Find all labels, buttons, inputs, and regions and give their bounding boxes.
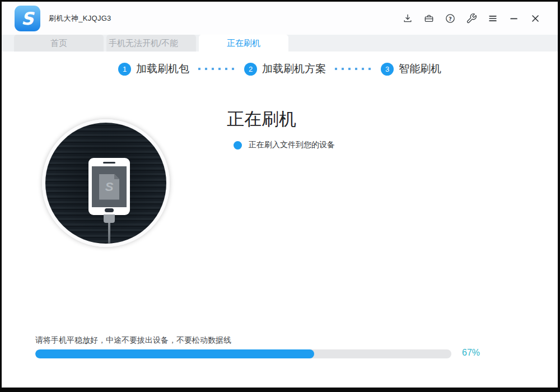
usb-connector <box>104 214 115 223</box>
main-content: 1 加载刷机包 2 加载刷机方案 3 智能刷机 <box>2 52 558 388</box>
close-button[interactable] <box>529 12 542 25</box>
wrench-icon[interactable] <box>465 12 478 25</box>
step-indicator: 1 加载刷机包 2 加载刷机方案 3 智能刷机 <box>2 62 558 76</box>
svg-text:S: S <box>21 8 35 29</box>
title-bar: S 刷机大神_KJQJG3 <box>2 2 558 35</box>
tab-bar: 首页 手机无法开机/不能 正在刷机 <box>2 35 558 52</box>
tab-flashing[interactable]: 正在刷机 <box>199 35 288 52</box>
phone-home-button <box>105 208 114 212</box>
app-window: S 刷机大神_KJQJG3 <box>2 2 558 388</box>
progress-fill <box>35 349 314 358</box>
status-text: 正在刷入文件到您的设备 <box>249 140 335 150</box>
device-illustration: S <box>42 119 170 247</box>
titlebar-icon-group: ? <box>401 12 542 25</box>
tab-phone-cannot-boot[interactable]: 手机无法开机/不能 <box>106 35 196 52</box>
progress-bar <box>35 349 451 358</box>
step-2-label: 加载刷机方案 <box>262 62 326 76</box>
window-title: 刷机大神_KJQJG3 <box>49 13 111 24</box>
toolbox-icon[interactable] <box>422 12 436 25</box>
step-1: 1 加载刷机包 <box>118 62 189 76</box>
tab-home-label: 首页 <box>50 38 67 49</box>
progress-percent: 67% <box>462 348 480 358</box>
file-fold-corner <box>114 174 119 179</box>
phone-screen: S <box>92 166 127 207</box>
download-icon[interactable] <box>401 12 414 25</box>
firmware-file-icon: S <box>99 174 119 200</box>
svg-text:?: ? <box>449 15 452 21</box>
step-3-number-badge: 3 <box>381 63 394 76</box>
tab-flashing-label: 正在刷机 <box>227 38 260 49</box>
warning-text: 请将手机平稳放好，中途不要拔出设备，不要松动数据线 <box>35 335 231 346</box>
step-separator-dots <box>196 67 237 71</box>
tab-phone-cannot-boot-label: 手机无法开机/不能 <box>109 38 178 49</box>
step-3-label: 智能刷机 <box>399 62 441 76</box>
phone-illustration-icon: S <box>88 158 130 215</box>
screenshot-frame: S 刷机大神_KJQJG3 <box>0 0 560 392</box>
status-dot-icon <box>234 141 242 150</box>
phone-speaker <box>103 162 115 164</box>
step-1-number-badge: 1 <box>118 63 131 76</box>
minimize-button[interactable] <box>507 12 521 25</box>
file-logo-glyph: S <box>105 181 114 193</box>
app-logo-icon: S <box>14 5 41 32</box>
step-2: 2 加载刷机方案 <box>244 62 326 76</box>
usb-cable <box>108 223 110 247</box>
page-title: 正在刷机 <box>227 108 296 131</box>
step-3: 3 智能刷机 <box>381 62 441 76</box>
menu-icon[interactable] <box>486 12 500 25</box>
tab-home[interactable]: 首页 <box>14 35 104 52</box>
step-2-number-badge: 2 <box>244 63 257 76</box>
step-1-label: 加载刷机包 <box>136 62 189 76</box>
help-icon[interactable]: ? <box>444 12 457 25</box>
step-separator-dots <box>333 67 374 71</box>
status-row: 正在刷入文件到您的设备 <box>234 140 335 150</box>
